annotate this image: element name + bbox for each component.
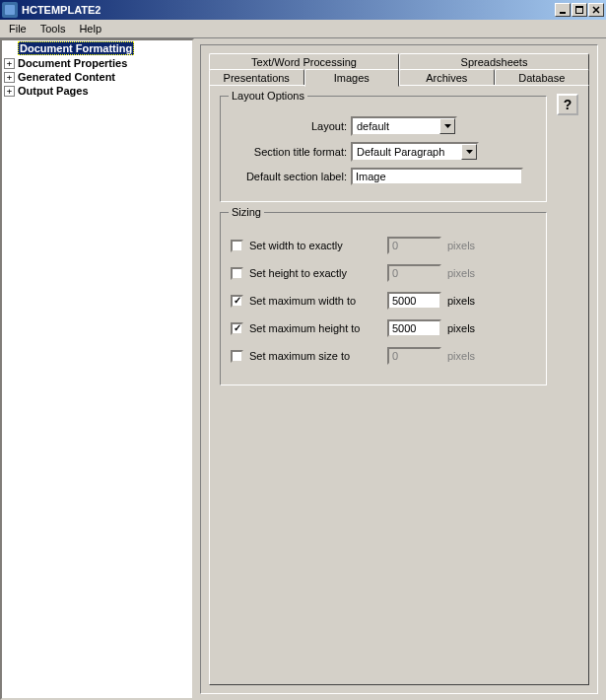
tree-expand-icon[interactable]: + [4, 58, 15, 69]
section-title-value: Default Paragraph [353, 146, 461, 158]
layout-value: default [353, 120, 439, 132]
tree-label: Document Properties [18, 57, 127, 69]
checkbox-set-max-height[interactable] [231, 322, 243, 335]
sizing-label: Set height to exactly [249, 267, 387, 279]
sizing-unit: pixels [447, 295, 475, 307]
content-inner: Text/Word Processing Spreadsheets Presen… [200, 44, 598, 694]
sizing-row-max-size: Set maximum size to pixels [231, 347, 536, 365]
sizing-label: Set maximum size to [249, 350, 387, 362]
tab-content-images: ? Layout Options Layout: default Section… [209, 85, 589, 685]
sizing-value-input [387, 237, 441, 254]
menu-bar: File Tools Help [0, 20, 606, 38]
checkbox-set-max-width[interactable] [231, 295, 243, 308]
menu-tools[interactable]: Tools [34, 21, 73, 36]
menu-file[interactable]: File [2, 21, 34, 36]
sizing-row-max-width: Set maximum width to pixels [231, 292, 536, 310]
section-title-select[interactable]: Default Paragraph [351, 142, 479, 162]
sizing-row-height-exact: Set height to exactly pixels [231, 264, 536, 282]
layout-select[interactable]: default [351, 116, 457, 136]
dropdown-icon [461, 144, 477, 160]
tree-expand-none [4, 43, 15, 54]
dropdown-icon [439, 118, 455, 134]
sizing-row-max-height: Set maximum height to pixels [231, 319, 536, 337]
sizing-value-input[interactable] [387, 319, 441, 337]
maximize-button[interactable] [572, 3, 587, 17]
sizing-value-input [387, 347, 441, 365]
svg-rect-0 [560, 12, 566, 14]
sizing-value-input [387, 264, 441, 282]
tab-text-word-processing[interactable]: Text/Word Processing [209, 53, 399, 70]
tab-strip: Text/Word Processing Spreadsheets Presen… [209, 53, 589, 86]
tree-expand-icon[interactable]: + [4, 86, 15, 97]
tab-presentations[interactable]: Presentations [209, 69, 304, 86]
layout-label: Layout: [231, 120, 347, 132]
sizing-value-input[interactable] [387, 292, 441, 310]
default-section-label: Default section label: [231, 171, 347, 182]
tab-images[interactable]: Images [304, 69, 400, 87]
sizing-label: Set maximum height to [249, 322, 387, 334]
groupbox-legend: Sizing [229, 206, 264, 218]
tree-label: Output Pages [18, 85, 89, 97]
default-section-input[interactable] [351, 168, 523, 185]
menu-help[interactable]: Help [72, 21, 108, 36]
sizing-label: Set maximum width to [249, 295, 387, 307]
main-container: Document Formatting + Document Propertie… [0, 38, 606, 700]
groupbox-legend: Layout Options [229, 90, 307, 102]
section-title-label: Section title format: [231, 146, 347, 158]
tree-expand-icon[interactable]: + [4, 72, 15, 83]
tab-spreadsheets[interactable]: Spreadsheets [399, 53, 589, 70]
tree-item-generated-content[interactable]: + Generated Content [2, 70, 192, 84]
window-title: HCTEMPLATE2 [22, 4, 555, 16]
sizing-unit: pixels [447, 350, 475, 362]
groupbox-sizing: Sizing Set width to exactly pixels Set h… [220, 212, 547, 385]
tree-item-document-formatting[interactable]: Document Formatting [2, 40, 192, 56]
groupbox-layout-options: Layout Options Layout: default Section t… [220, 96, 547, 202]
checkbox-set-height-exact[interactable] [231, 267, 243, 280]
checkbox-set-max-size[interactable] [231, 350, 243, 363]
minimize-button[interactable] [555, 3, 571, 17]
navigation-tree: Document Formatting + Document Propertie… [0, 38, 194, 700]
content-pane: Text/Word Processing Spreadsheets Presen… [194, 38, 606, 700]
app-icon [2, 2, 18, 18]
svg-rect-2 [575, 6, 583, 8]
tab-database[interactable]: Database [495, 69, 590, 86]
tree-label: Document Formatting [18, 41, 134, 55]
help-button[interactable]: ? [557, 94, 578, 115]
sizing-unit: pixels [447, 322, 475, 334]
tree-item-output-pages[interactable]: + Output Pages [2, 84, 192, 98]
title-bar: HCTEMPLATE2 [0, 0, 606, 20]
sizing-row-width-exact: Set width to exactly pixels [231, 237, 536, 254]
close-button[interactable] [588, 3, 604, 17]
tree-label: Generated Content [18, 71, 115, 83]
sizing-label: Set width to exactly [249, 240, 387, 251]
tab-archives[interactable]: Archives [399, 69, 495, 86]
sizing-unit: pixels [447, 267, 475, 279]
sizing-unit: pixels [447, 240, 475, 251]
checkbox-set-width-exact[interactable] [231, 240, 243, 252]
window-controls [555, 3, 604, 17]
tree-item-document-properties[interactable]: + Document Properties [2, 56, 192, 70]
